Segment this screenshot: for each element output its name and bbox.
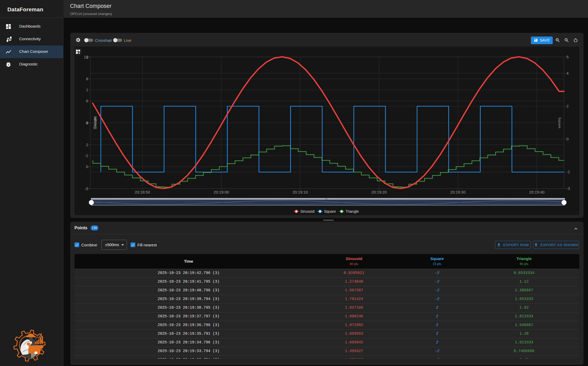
svg-text:4: 4 — [566, 71, 569, 75]
svg-text:Triangle: Triangle — [93, 117, 97, 129]
svg-text:2: 2 — [86, 143, 88, 147]
svg-text:20:19:20: 20:19:20 — [371, 190, 387, 194]
svg-text:-1: -1 — [85, 153, 88, 158]
svg-text:8: 8 — [86, 77, 88, 81]
svg-text:20:19:00: 20:19:00 — [214, 190, 229, 194]
svg-text:6: 6 — [86, 99, 88, 103]
svg-text:20:18:50: 20:18:50 — [135, 190, 150, 194]
svg-text:Square: Square — [558, 117, 562, 128]
svg-text:2: 2 — [566, 104, 569, 108]
svg-text:1: 1 — [86, 88, 88, 92]
svg-text:20:19:10: 20:19:10 — [292, 190, 308, 194]
svg-text:-2: -2 — [566, 170, 570, 174]
svg-text:2: 2 — [86, 55, 88, 59]
svg-text:20:19:30: 20:19:30 — [450, 190, 466, 194]
svg-text:-3: -3 — [566, 186, 570, 191]
svg-text:Sinusoid: Sinusoid — [300, 209, 315, 214]
svg-text:0: 0 — [86, 121, 88, 125]
svg-text:0: 0 — [566, 137, 569, 141]
svg-text:Triangle: Triangle — [346, 209, 359, 214]
svg-text:20:19:40: 20:19:40 — [529, 190, 544, 194]
svg-text:Square: Square — [324, 209, 336, 214]
svg-text:0: 0 — [86, 164, 88, 169]
svg-text:5: 5 — [566, 55, 569, 59]
svg-text:-2: -2 — [85, 186, 88, 191]
